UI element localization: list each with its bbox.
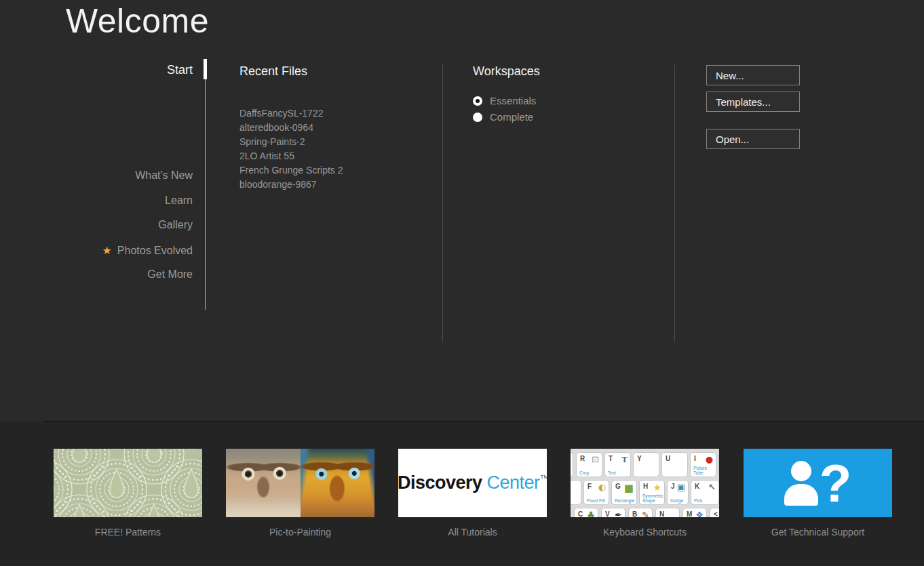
key-r: R⊡Crop	[576, 452, 602, 477]
text-tool-icon: T	[621, 454, 628, 465]
key-angle: <	[710, 508, 719, 517]
recent-file-link[interactable]: Spring-Paints-2	[239, 136, 343, 150]
key-v: V✒	[601, 508, 625, 517]
painting-after-image	[301, 449, 374, 517]
recent-file-link[interactable]: bloodorange-9867	[239, 179, 343, 193]
workspace-option-complete[interactable]: Complete	[473, 111, 533, 123]
question-mark-icon: ?	[820, 461, 852, 506]
key-i: I●Picture Tube	[690, 452, 716, 477]
key-n: N	[655, 508, 680, 517]
patterns-thumbnail-image	[54, 449, 202, 517]
sidebar-item-start[interactable]: Start	[0, 63, 193, 77]
open-button[interactable]: Open...	[706, 129, 800, 149]
pen-icon: ✒	[615, 510, 622, 517]
sidebar-nav: What's New Learn Gallery ★Photos Evolved…	[0, 169, 193, 294]
brush-icon: ✎	[642, 510, 649, 517]
dodge-icon: ▣	[677, 482, 685, 492]
photo-before-image	[226, 449, 301, 517]
promo-caption-all-tutorials: All Tutorials	[398, 527, 547, 538]
key-m: M❖	[682, 508, 707, 517]
key-o: OObj Sel	[718, 452, 719, 477]
support-icon: ?	[784, 461, 852, 506]
key-j: J▣Dodge	[667, 480, 689, 505]
promo-caption-pic-to-painting: Pic-to-Painting	[226, 527, 374, 538]
key-h: H★Symmetric Shape	[639, 480, 665, 505]
sidebar-item-learn[interactable]: Learn	[0, 195, 193, 220]
discovery-center-logo: Discovery	[398, 472, 482, 493]
promo-card-all-tutorials[interactable]: Discovery Center TM	[398, 449, 547, 517]
recent-file-link[interactable]: DaffsFancySL-1722	[239, 108, 343, 122]
person-icon	[784, 461, 818, 506]
sidebar-item-whats-new[interactable]: What's New	[0, 169, 193, 195]
column-divider	[674, 64, 675, 342]
plant-tool-icon: ♣	[587, 510, 595, 517]
recent-files-heading: Recent Files	[239, 64, 307, 79]
promo-caption-free-patterns: FREE! Patterns	[54, 527, 202, 538]
star-icon: ★	[102, 244, 111, 257]
rectangle-icon: ■	[624, 482, 634, 494]
key-y: Y	[633, 452, 659, 477]
sidebar-item-gallery[interactable]: Gallery	[0, 219, 193, 244]
key-p: P	[571, 452, 573, 477]
section-divider	[43, 421, 924, 422]
recent-files-list: DaffsFancySL-1722 alteredbook-0964 Sprin…	[239, 108, 343, 193]
symmetric-shape-icon: ★	[653, 482, 661, 493]
recent-file-link[interactable]: French Grunge Scripts 2	[239, 165, 343, 179]
crop-icon: ⊡	[592, 454, 599, 464]
workspaces-heading: Workspaces	[473, 64, 540, 79]
welcome-screen: Welcome Start What's New Learn Gallery ★…	[0, 0, 924, 566]
key-g: G■Rectangle	[611, 480, 637, 505]
key-b: B✎	[628, 508, 653, 517]
promo-card-technical-support[interactable]: ?	[744, 449, 892, 517]
key-t: TTText	[604, 452, 631, 477]
page-title: Welcome	[66, 1, 209, 41]
promo-card-free-patterns[interactable]	[54, 449, 202, 517]
flood-fill-icon: ◐	[598, 482, 606, 492]
radio-essentials[interactable]	[473, 96, 482, 106]
key-k: K↖Pick	[691, 480, 719, 505]
sidebar-divider	[205, 79, 206, 310]
promo-caption-technical-support: Get Technical Support	[744, 527, 892, 538]
promo-caption-keyboard-shortcuts: Keyboard Shortcuts	[571, 527, 719, 538]
key-c: C♣	[574, 508, 598, 517]
key-u: U	[661, 452, 688, 477]
pick-cursor-icon: ↖	[708, 482, 716, 492]
recent-file-link[interactable]: alteredbook-0964	[239, 122, 343, 136]
picture-tube-icon: ●	[706, 454, 713, 464]
templates-button[interactable]: Templates...	[706, 92, 800, 112]
key-blank	[571, 480, 581, 505]
active-tab-indicator	[204, 59, 207, 79]
promo-card-keyboard-shortcuts[interactable]: P R⊡Crop TTText Y U I●Picture Tube OObj …	[571, 449, 719, 517]
move-icon: ❖	[695, 510, 704, 517]
promo-card-pic-to-painting[interactable]	[226, 449, 374, 517]
key-f: F◐Flood Fill	[583, 480, 609, 505]
trademark-symbol: TM	[541, 474, 547, 480]
sidebar-item-get-more[interactable]: Get More	[0, 268, 193, 294]
radio-complete[interactable]	[473, 113, 482, 122]
sidebar-item-photos-evolved[interactable]: ★Photos Evolved	[0, 244, 193, 269]
workspace-option-essentials[interactable]: Essentials	[473, 95, 536, 106]
new-button[interactable]: New...	[706, 65, 800, 85]
column-divider	[442, 64, 443, 342]
recent-file-link[interactable]: 2LO Artist 55	[239, 150, 343, 165]
